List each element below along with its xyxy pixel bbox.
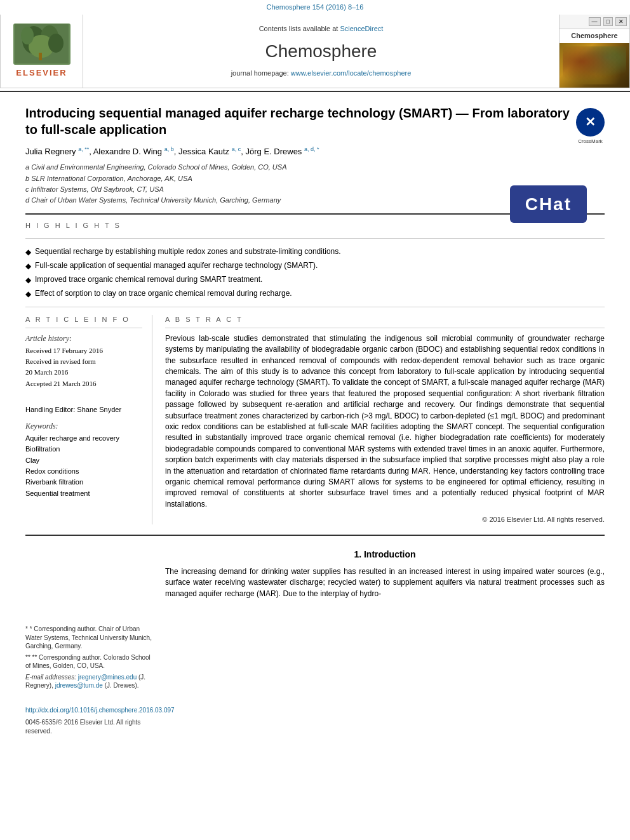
handling-editor: Handling Editor: Shane Snyder [25, 395, 142, 415]
bullet-3-icon: ◆ [25, 275, 31, 286]
keywords-label: Keywords: [25, 421, 142, 432]
journal-citation: Chemosphere 154 (2016) 8–16 [0, 0, 630, 15]
journal-header: Chemosphere 154 (2016) 8–16 ELSEVIER Con… [0, 0, 630, 92]
journal-cover-label: Chemosphere [560, 29, 629, 43]
authors-line: Julia Regnery a, **, Alexandre D. Wing a… [25, 145, 605, 158]
homepage-link[interactable]: www.elsevier.com/locate/chemosphere [291, 69, 412, 77]
highlights-section: H I G H L I G H T S ◆ Sequential recharg… [25, 221, 605, 308]
accepted-date: Accepted 21 March 2016 [25, 379, 142, 389]
keyword-5: Riverbank filtration [25, 477, 142, 487]
article-info-col: A R T I C L E I N F O Article history: R… [25, 315, 152, 524]
footnote-email: E-mail addresses: jregnery@mines.edu (J.… [25, 673, 152, 690]
author-regnery: Julia Regnery [25, 147, 76, 156]
highlights-divider-bottom [25, 307, 605, 307]
intro-section-title: 1. Introduction [165, 549, 605, 561]
keyword-6: Sequential treatment [25, 489, 142, 498]
keyword-3: Clay [25, 456, 142, 465]
journal-cover-box: — □ ✕ Chemosphere [560, 15, 629, 87]
introduction-section: * * Corresponding author. Chair of Urban… [25, 549, 605, 736]
intro-left-col: * * Corresponding author. Chair of Urban… [25, 549, 152, 736]
bullet-4-icon: ◆ [25, 289, 31, 300]
highlights-divider-top [25, 238, 605, 239]
elsevier-logo-box: ELSEVIER [1, 15, 83, 87]
keyword-2: Biofiltration [25, 444, 142, 454]
keyword-4: Redox conditions [25, 467, 142, 476]
cover-leaves-decoration [563, 46, 626, 84]
revised-date: 20 March 2016 [25, 368, 142, 377]
cover-btn-3[interactable]: ✕ [615, 17, 627, 26]
intro-two-col: * * Corresponding author. Chair of Urban… [25, 549, 605, 736]
intro-text: The increasing demand for drinking water… [165, 566, 605, 599]
cover-btn-1[interactable]: — [589, 17, 601, 26]
cover-btn-2[interactable]: □ [603, 17, 613, 26]
received-date: Received 17 February 2016 [25, 346, 142, 356]
issn-copyright: 0045-6535/© 2016 Elsevier Ltd. All right… [25, 718, 152, 736]
bullet-2-icon: ◆ [25, 261, 31, 272]
affiliation-a: a Civil and Environmental Engineering, C… [25, 163, 605, 172]
footnote-corresponding-2: ** ** Corresponding author. Colorado Sch… [25, 653, 152, 670]
journal-cover-top: — □ ✕ [560, 15, 629, 29]
crossmark-x-icon: ✕ [585, 113, 596, 131]
email-link-2[interactable]: jdrewes@tum.de [55, 682, 103, 689]
crossmark-circle: ✕ [576, 108, 605, 137]
bullet-1-icon: ◆ [25, 247, 31, 258]
article-title: Introducing sequential managed aquifer r… [25, 105, 605, 138]
highlight-2: ◆ Full-scale application of sequential m… [25, 260, 605, 272]
journal-cover-image [560, 43, 629, 88]
footnotes-section: * * Corresponding author. Chair of Urban… [25, 625, 152, 736]
crossmark-label: CrossMark [576, 138, 605, 145]
footnote-corresponding-1: * * Corresponding author. Chair of Urban… [25, 625, 152, 651]
abstract-copyright: © 2016 Elsevier Ltd. All rights reserved… [165, 515, 605, 524]
highlight-1: ◆ Sequential recharge by establishing mu… [25, 246, 605, 258]
abstract-text: Previous lab-scale studies demonstrated … [165, 333, 605, 510]
author-regnery-sup: a, ** [78, 146, 89, 152]
author-kautz-sup: a, c [232, 146, 241, 152]
keyword-1: Aquifer recharge and recovery [25, 434, 142, 443]
svg-point-6 [48, 34, 64, 53]
article-title-section: ✕ CrossMark Introducing sequential manag… [25, 105, 605, 138]
elsevier-label: ELSEVIER [16, 67, 67, 79]
svg-point-5 [21, 27, 34, 44]
sciencedirect-link[interactable]: ScienceDirect [340, 25, 383, 32]
author-wing-sup: a, b [164, 146, 174, 152]
journal-name: Chemosphere [265, 39, 377, 63]
highlight-3: ◆ Improved trace organic chemical remova… [25, 274, 605, 286]
abstract-header: A B S T R A C T [165, 315, 605, 328]
history-label: Article history: [25, 333, 142, 344]
crossmark-badge[interactable]: ✕ CrossMark [576, 108, 605, 137]
email-link-1[interactable]: jregnery@mines.edu [78, 674, 137, 681]
elsevier-tree-icon [13, 23, 70, 65]
doi-link[interactable]: http://dx.doi.org/10.1016/j.chemosphere.… [25, 704, 152, 716]
author-wing: Alexandre D. Wing [93, 147, 162, 156]
author-drewes-sup: a, d, * [304, 146, 319, 152]
divider-after-abstract [25, 535, 605, 536]
author-kautz: Jessica Kautz [178, 147, 229, 156]
article-info-abstract: A R T I C L E I N F O Article history: R… [25, 315, 605, 524]
article-info-header: A R T I C L E I N F O [25, 315, 142, 328]
keywords-section: Keywords: Aquifer recharge and recovery … [25, 421, 142, 498]
chat-overlay[interactable]: CHat [510, 185, 587, 223]
highlight-4: ◆ Effect of sorption to clay on trace or… [25, 288, 605, 300]
sciencedirect-text: Contents lists available at ScienceDirec… [259, 24, 384, 34]
abstract-col: A B S T R A C T Previous lab-scale studi… [165, 315, 605, 524]
author-drewes: Jörg E. Drewes [246, 147, 302, 156]
journal-title-section: Contents lists available at ScienceDirec… [83, 15, 560, 87]
revised-label: Received in revised form [25, 357, 142, 366]
intro-right-col: 1. Introduction The increasing demand fo… [165, 549, 605, 736]
svg-rect-4 [39, 53, 42, 60]
header-main: ELSEVIER Contents lists available at Sci… [0, 15, 630, 88]
homepage-text: journal homepage: www.elsevier.com/locat… [231, 69, 412, 78]
affiliation-b: b SLR International Corporation, Anchora… [25, 174, 605, 183]
